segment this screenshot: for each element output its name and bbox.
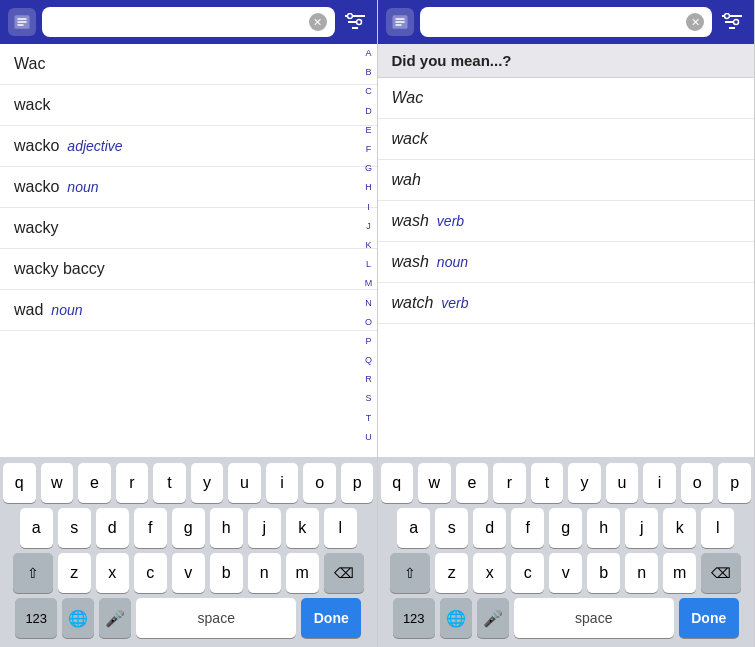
key-o[interactable]: o	[303, 463, 336, 503]
key-j[interactable]: j	[625, 508, 658, 548]
key-l[interactable]: l	[701, 508, 734, 548]
left-filter-button[interactable]	[341, 8, 369, 36]
list-item[interactable]: wash noun	[378, 242, 755, 283]
alpha-A[interactable]: A	[365, 49, 371, 58]
key-r[interactable]: r	[493, 463, 526, 503]
key-l[interactable]: l	[324, 508, 357, 548]
key-u[interactable]: u	[606, 463, 639, 503]
right-search-input[interactable]: wach	[428, 14, 687, 31]
key-q[interactable]: q	[3, 463, 36, 503]
key-h[interactable]: h	[587, 508, 620, 548]
alpha-F[interactable]: F	[366, 145, 372, 154]
right-filter-button[interactable]	[718, 8, 746, 36]
key-n[interactable]: n	[625, 553, 658, 593]
shift-key[interactable]: ⇧	[13, 553, 53, 593]
alpha-R[interactable]: R	[365, 375, 372, 384]
key-i[interactable]: i	[266, 463, 299, 503]
key-m[interactable]: m	[663, 553, 696, 593]
key-i[interactable]: i	[643, 463, 676, 503]
list-item[interactable]: wacko noun	[0, 167, 377, 208]
alpha-G[interactable]: G	[365, 164, 372, 173]
done-button[interactable]: Done	[301, 598, 361, 638]
key-c[interactable]: c	[134, 553, 167, 593]
key-p[interactable]: p	[341, 463, 374, 503]
key-r[interactable]: r	[116, 463, 149, 503]
right-dict-icon[interactable]	[386, 8, 414, 36]
alpha-O[interactable]: O	[365, 318, 372, 327]
left-search-input[interactable]: wa	[50, 14, 309, 31]
list-item[interactable]: Wac	[378, 78, 755, 119]
alpha-Q[interactable]: Q	[365, 356, 372, 365]
key-o[interactable]: o	[681, 463, 714, 503]
key-u[interactable]: u	[228, 463, 261, 503]
key-z[interactable]: z	[58, 553, 91, 593]
key-h[interactable]: h	[210, 508, 243, 548]
key-z[interactable]: z	[435, 553, 468, 593]
alpha-N[interactable]: N	[365, 299, 372, 308]
alpha-E[interactable]: E	[365, 126, 371, 135]
list-item[interactable]: wash verb	[378, 201, 755, 242]
key-f[interactable]: f	[511, 508, 544, 548]
key-t[interactable]: t	[153, 463, 186, 503]
key-m[interactable]: m	[286, 553, 319, 593]
left-clear-button[interactable]: ✕	[309, 13, 327, 31]
space-key[interactable]: space	[136, 598, 296, 638]
key-k[interactable]: k	[286, 508, 319, 548]
space-key[interactable]: space	[514, 598, 674, 638]
alpha-D[interactable]: D	[365, 107, 372, 116]
num-key[interactable]: 123	[15, 598, 57, 638]
key-d[interactable]: d	[96, 508, 129, 548]
list-item[interactable]: wack	[0, 85, 377, 126]
alpha-I[interactable]: I	[367, 203, 370, 212]
list-item[interactable]: Wac	[0, 44, 377, 85]
key-y[interactable]: y	[191, 463, 224, 503]
list-item[interactable]: wah	[378, 160, 755, 201]
key-e[interactable]: e	[78, 463, 111, 503]
key-a[interactable]: a	[397, 508, 430, 548]
key-t[interactable]: t	[531, 463, 564, 503]
list-item[interactable]: wacko adjective	[0, 126, 377, 167]
key-k[interactable]: k	[663, 508, 696, 548]
alpha-T[interactable]: T	[366, 414, 372, 423]
key-p[interactable]: p	[718, 463, 751, 503]
key-v[interactable]: v	[549, 553, 582, 593]
alpha-J[interactable]: J	[366, 222, 371, 231]
key-f[interactable]: f	[134, 508, 167, 548]
key-j[interactable]: j	[248, 508, 281, 548]
list-item[interactable]: wad noun	[0, 290, 377, 331]
alpha-K[interactable]: K	[365, 241, 371, 250]
alpha-B[interactable]: B	[365, 68, 371, 77]
list-item[interactable]: watch verb	[378, 283, 755, 324]
key-g[interactable]: g	[172, 508, 205, 548]
left-dict-icon[interactable]	[8, 8, 36, 36]
key-d[interactable]: d	[473, 508, 506, 548]
list-item[interactable]: wacky	[0, 208, 377, 249]
key-x[interactable]: x	[473, 553, 506, 593]
mic-key[interactable]: 🎤	[477, 598, 509, 638]
backspace-key[interactable]: ⌫	[324, 553, 364, 593]
backspace-key[interactable]: ⌫	[701, 553, 741, 593]
alpha-M[interactable]: M	[365, 279, 373, 288]
key-v[interactable]: v	[172, 553, 205, 593]
list-item[interactable]: wacky baccy	[0, 249, 377, 290]
key-q[interactable]: q	[381, 463, 414, 503]
mic-key[interactable]: 🎤	[99, 598, 131, 638]
key-n[interactable]: n	[248, 553, 281, 593]
alpha-S[interactable]: S	[365, 394, 371, 403]
num-key[interactable]: 123	[393, 598, 435, 638]
key-s[interactable]: s	[58, 508, 91, 548]
globe-key[interactable]: 🌐	[62, 598, 94, 638]
key-w[interactable]: w	[41, 463, 74, 503]
key-y[interactable]: y	[568, 463, 601, 503]
alpha-C[interactable]: C	[365, 87, 372, 96]
list-item[interactable]: wack	[378, 119, 755, 160]
key-s[interactable]: s	[435, 508, 468, 548]
right-clear-button[interactable]: ✕	[686, 13, 704, 31]
shift-key[interactable]: ⇧	[390, 553, 430, 593]
done-button[interactable]: Done	[679, 598, 739, 638]
key-g[interactable]: g	[549, 508, 582, 548]
key-e[interactable]: e	[456, 463, 489, 503]
key-w[interactable]: w	[418, 463, 451, 503]
key-b[interactable]: b	[210, 553, 243, 593]
alpha-P[interactable]: P	[365, 337, 371, 346]
